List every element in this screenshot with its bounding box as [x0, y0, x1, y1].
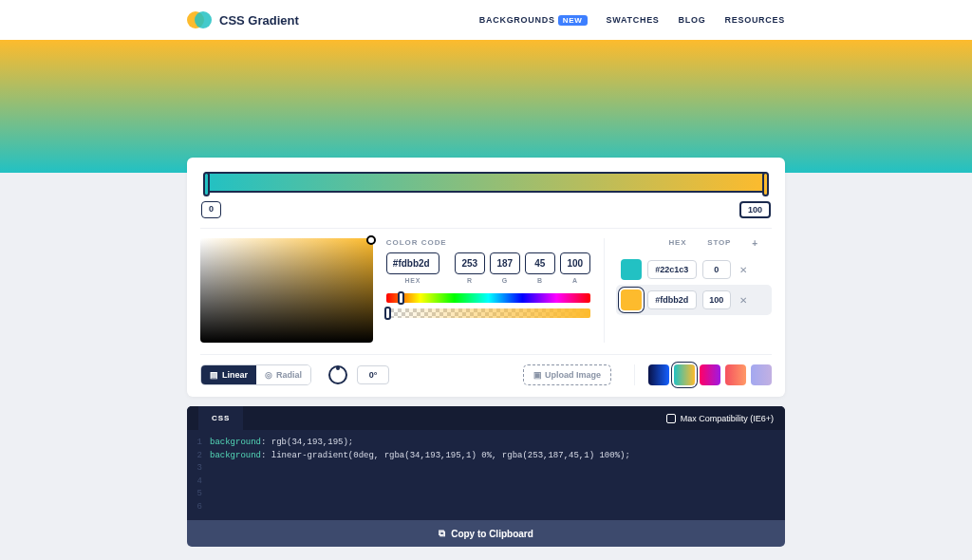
stop-hex-input[interactable]	[647, 290, 697, 309]
code-line: 5	[187, 488, 785, 501]
preset-swatch[interactable]	[751, 364, 772, 385]
g-input[interactable]	[490, 252, 520, 274]
logo[interactable]: CSS Gradient	[187, 11, 299, 28]
r-input[interactable]	[455, 252, 485, 274]
ruler-max: 100	[739, 201, 771, 218]
code-line: 1background: rgb(34,193,195);	[187, 437, 785, 450]
preset-swatch[interactable]	[700, 364, 720, 385]
linear-icon: ▤	[210, 370, 218, 380]
new-badge: NEW	[558, 15, 588, 26]
add-stop-icon[interactable]: +	[752, 238, 758, 249]
radial-icon: ◎	[265, 370, 272, 380]
ruler: 0 100	[200, 201, 772, 218]
preset-swatch[interactable]	[648, 364, 669, 385]
image-icon: ▣	[533, 370, 542, 380]
nav-resources[interactable]: RESOURCES	[725, 15, 786, 25]
sub-hex: HEX	[405, 277, 421, 284]
css-tab[interactable]: CSS	[198, 406, 243, 430]
presets	[634, 364, 772, 385]
angle-input[interactable]	[357, 365, 389, 384]
hero-gradient-preview	[0, 40, 972, 173]
preset-swatch[interactable]	[674, 364, 695, 385]
gradient-bar-wrap	[200, 169, 772, 196]
radial-button[interactable]: ◎Radial	[256, 365, 310, 384]
code-line: 4	[187, 476, 785, 489]
gradient-bar[interactable]	[204, 172, 768, 193]
color-cursor[interactable]	[366, 235, 376, 245]
stop-swatch[interactable]	[621, 259, 642, 280]
controls-row: ▤Linear ◎Radial ▣ Upload Image	[200, 354, 772, 385]
max-compat-toggle[interactable]: Max Compatibility (IE6+)	[666, 414, 774, 423]
stop-pos-input[interactable]	[702, 290, 731, 309]
copy-icon: ⧉	[439, 528, 445, 539]
checkbox-icon	[666, 414, 676, 423]
gradient-type-toggle: ▤Linear ◎Radial	[200, 364, 311, 385]
gradient-tool-panel: 0 100 COLOR CODE HEX R G B A	[187, 158, 785, 397]
header: CSS Gradient BACKGROUNDSNEW SWATCHES BLO…	[0, 0, 972, 40]
hue-handle[interactable]	[398, 291, 404, 305]
logo-icon	[187, 11, 212, 28]
nav-swatches[interactable]: SWATCHES	[607, 15, 660, 25]
stop-pos-input[interactable]	[702, 260, 731, 279]
stop-row[interactable]: ✕	[616, 254, 772, 285]
brand-name: CSS Gradient	[219, 13, 299, 28]
stops-hex-label: HEX	[668, 238, 686, 249]
alpha-handle[interactable]	[384, 307, 391, 320]
alpha-slider[interactable]	[386, 308, 590, 318]
code-line: 2background: linear-gradient(0deg, rgba(…	[187, 450, 785, 463]
code-body[interactable]: 1background: rgb(34,193,195);2background…	[187, 430, 785, 520]
angle-dial[interactable]	[328, 365, 347, 384]
preset-swatch[interactable]	[725, 364, 746, 385]
upload-image-button[interactable]: ▣ Upload Image	[523, 364, 611, 385]
stop-hex-input[interactable]	[647, 260, 697, 279]
nav-backgrounds[interactable]: BACKGROUNDSNEW	[479, 15, 588, 25]
code-panel: CSS Max Compatibility (IE6+) 1background…	[187, 406, 785, 520]
hex-input[interactable]	[386, 252, 439, 274]
linear-button[interactable]: ▤Linear	[201, 365, 256, 384]
delete-stop-icon[interactable]: ✕	[737, 265, 750, 275]
ruler-min: 0	[201, 201, 221, 218]
stops-list: HEX STOP + ✕ ✕	[604, 238, 772, 343]
a-input[interactable]	[560, 252, 590, 274]
b-input[interactable]	[525, 252, 555, 274]
nav-blog[interactable]: BLOG	[679, 15, 706, 25]
code-line: 6	[187, 501, 785, 514]
stop-swatch[interactable]	[621, 289, 642, 310]
delete-stop-icon[interactable]: ✕	[737, 295, 750, 306]
stops-stop-label: STOP	[707, 238, 731, 249]
stop-handle-1[interactable]	[762, 172, 769, 196]
color-code-label: COLOR CODE	[386, 238, 590, 247]
nav: BACKGROUNDSNEW SWATCHES BLOG RESOURCES	[479, 15, 785, 25]
code-line: 3	[187, 462, 785, 476]
stop-row[interactable]: ✕	[616, 285, 772, 315]
stop-handle-0[interactable]	[203, 172, 210, 196]
color-saturation-area[interactable]	[200, 238, 373, 343]
color-inputs: COLOR CODE HEX R G B A	[386, 238, 590, 343]
hue-slider[interactable]	[386, 293, 590, 303]
copy-button[interactable]: ⧉ Copy to Clipboard	[187, 520, 785, 547]
